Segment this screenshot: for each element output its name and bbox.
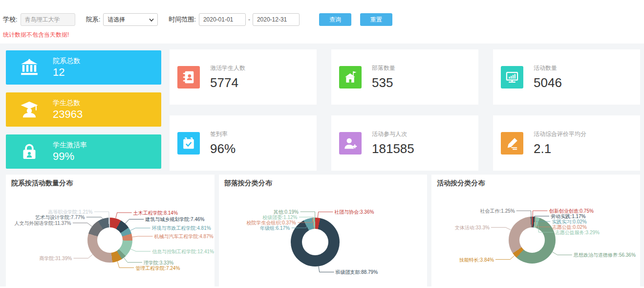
summary-card-label: 院系总数 xyxy=(53,57,80,66)
pie-label: 信息与控制工程学院:12.41% xyxy=(152,249,214,254)
department-select[interactable]: 请选择 xyxy=(103,13,158,26)
summary-card-value: 12 xyxy=(53,66,80,79)
pie-label: 理学院:3.33% xyxy=(144,260,173,266)
pie-label: 班级团支部:88.79% xyxy=(335,269,378,275)
stat-card-label: 签到率 xyxy=(210,130,236,138)
stat-card-average-score: 活动综合评价平均分 2.1 xyxy=(493,115,640,171)
pie-label: 环境与市政工程学院:4.81% xyxy=(151,225,211,231)
summary-column: 院系总数 12 学生总数 23963 xyxy=(6,49,161,171)
pie-label: 管理工程学院:7.24% xyxy=(135,266,180,271)
school-label: 学校: xyxy=(3,15,18,24)
chevron-down-icon xyxy=(149,18,154,22)
donut-hole xyxy=(302,229,328,255)
date-range-label: 时间范围: xyxy=(169,15,196,24)
graduate-icon xyxy=(6,100,53,119)
pie-label: 技能特长:3.84% xyxy=(459,257,494,263)
pie-label: 年级组:6.17% xyxy=(260,225,290,231)
pie-label: 高等职业学院:1.21% xyxy=(48,209,92,215)
summary-card-value: 99% xyxy=(53,150,87,163)
query-button[interactable]: 查询 xyxy=(319,13,351,26)
stat-card-tribes: 部落数量 535 xyxy=(331,49,478,105)
tribe-hut-icon xyxy=(339,66,362,89)
stat-card-value: 181585 xyxy=(372,141,414,156)
query-toolbar: 学校: 院系: 请选择 时间范围: - 查询 重置 xyxy=(0,0,644,26)
pie-chart-department-activity: 土木工程学院:8.14%建筑与城乡规划学院:7.46%环境与市政工程学院:4.8… xyxy=(6,175,215,287)
pie-label: 思想政治与道德修养:56.36% xyxy=(574,252,636,258)
stat-card-activities: 活动数量 5046 xyxy=(493,49,640,105)
stat-card-value: 5774 xyxy=(210,75,245,90)
pie-label: 建筑与城乡规划学院:7.46% xyxy=(145,217,204,222)
stat-card-value: 2.1 xyxy=(534,141,586,156)
stat-card-checkin-rate: 签到率 96% xyxy=(170,115,317,171)
pie-label: 校级团委:1.12% xyxy=(262,215,297,220)
pie-label: 土木工程学院:8.14% xyxy=(133,210,178,216)
pie-label: 文体活动:33.3% xyxy=(455,225,490,230)
date-start-input[interactable] xyxy=(199,13,246,26)
chart-title: 活动按分类分布 xyxy=(437,179,485,188)
date-separator: - xyxy=(248,16,250,23)
summary-card-value: 23963 xyxy=(53,108,83,121)
charts-row: 院系按活动数量分布 土木工程学院:8.14%建筑与城乡规划学院:7.46%环境与… xyxy=(6,175,640,287)
school-input[interactable] xyxy=(21,13,75,26)
pencil-icon xyxy=(501,132,523,155)
stat-card-label: 活动数量 xyxy=(534,64,562,72)
monitor-chart-icon xyxy=(501,66,523,89)
pie-label: 机械与汽车工程学院:4.87% xyxy=(154,234,213,239)
pie-label: 实践实习:0.02% xyxy=(552,219,587,224)
pie-chart-activity-category: 创新创业创造:0.75%劳动实践:1.17%实践实习:0.02%志愿公益:0.0… xyxy=(431,175,640,287)
stat-card-label: 激活学生人数 xyxy=(210,64,245,72)
stats-grid: 激活学生人数 5774 部落数量 535 xyxy=(170,49,640,171)
donut-hole xyxy=(97,227,123,253)
pie-chart-tribe-category: 社团与协会:3.36%班级团支部:88.79%年级组:6.17%校院学生会组织:… xyxy=(219,175,428,287)
stat-card-value: 535 xyxy=(372,75,395,90)
bank-icon xyxy=(6,58,53,77)
chart-panel-activity-category: 活动按分类分布 创新创业创造:0.75%劳动实践:1.17%实践实习:0.02%… xyxy=(431,175,640,287)
chart-title: 部落按分类分布 xyxy=(224,179,272,188)
pie-label: 志愿公益服务:3.29% xyxy=(555,230,600,235)
donut-hole xyxy=(519,227,545,253)
pie-label: 社团与协会:3.36% xyxy=(334,209,374,215)
stat-card-label: 活动参与人次 xyxy=(372,130,414,138)
stat-card-label: 部落数量 xyxy=(372,64,395,72)
pie-label: 校院学生会组织:0.37% xyxy=(246,220,296,225)
user-plus-icon xyxy=(339,132,362,155)
stat-card-participations: 活动参与人次 181585 xyxy=(331,115,478,171)
pie-label: 劳动实践:1.17% xyxy=(551,214,585,219)
contacts-book-icon xyxy=(177,66,200,89)
date-end-input[interactable] xyxy=(253,13,300,26)
summary-card-label: 学生总数 xyxy=(53,99,83,108)
summary-card-departments: 院系总数 12 xyxy=(6,50,161,85)
chart-panel-department-activity: 院系按活动数量分布 土木工程学院:8.14%建筑与城乡规划学院:7.46%环境与… xyxy=(6,175,215,287)
pie-label: 创新创业创造:0.75% xyxy=(549,208,594,214)
dashboard: 院系总数 12 学生总数 23963 xyxy=(0,44,644,287)
pie-label: 其他:0.19% xyxy=(274,209,299,215)
reset-button[interactable]: 重置 xyxy=(360,13,392,26)
department-select-value: 请选择 xyxy=(107,16,125,24)
lock-user-icon xyxy=(6,142,53,161)
summary-card-activation-rate: 学生激活率 99% xyxy=(6,134,161,169)
stat-card-value: 5046 xyxy=(534,75,562,90)
stat-card-active-students: 激活学生人数 5774 xyxy=(170,49,317,105)
stat-card-label: 活动综合评价平均分 xyxy=(534,130,586,138)
pie-label: 商学院:31.39% xyxy=(39,256,72,261)
pie-label: 人文与外国语学院:11.37% xyxy=(15,221,71,226)
pie-label: 社会工作:1.25% xyxy=(480,208,515,214)
calendar-check-icon xyxy=(177,132,200,155)
stat-card-value: 96% xyxy=(210,141,236,156)
pie-label: 艺术与设计学院:7.77% xyxy=(35,215,85,220)
chart-panel-tribe-category: 部落按分类分布 社团与协会:3.36%班级团支部:88.79%年级组:6.17%… xyxy=(219,175,428,287)
chart-title: 院系按活动数量分布 xyxy=(11,179,73,188)
summary-card-students: 学生总数 23963 xyxy=(6,92,161,127)
summary-card-label: 学生激活率 xyxy=(53,141,87,150)
notice-text: 统计数据不包含当天数据! xyxy=(0,26,644,44)
pie-label: 志愿公益:0.02% xyxy=(552,224,587,230)
department-label: 院系: xyxy=(86,15,101,24)
